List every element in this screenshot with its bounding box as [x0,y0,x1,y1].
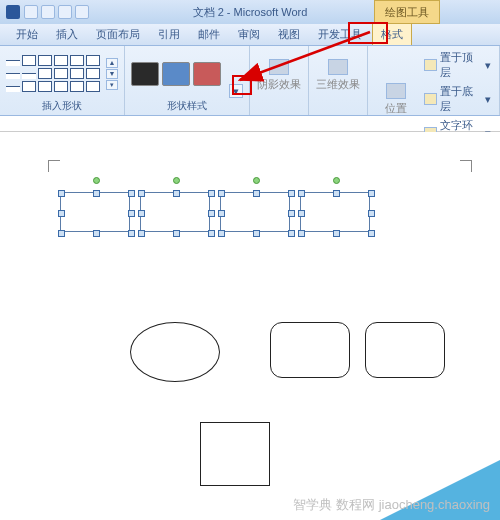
threed-effects-button[interactable]: 三维效果 [315,53,361,97]
shape-rect[interactable] [200,422,270,486]
qat-redo-icon[interactable] [58,5,72,19]
position-icon [386,83,406,99]
send-back-icon [424,93,437,105]
tab-developer[interactable]: 开发工具 [310,24,370,45]
send-back-button[interactable]: 置于底层▾ [422,83,493,115]
group-arrange: 位置 置于顶层▾ 置于底层▾ 文字环绕▾ 排列 [368,46,500,115]
style-more-button[interactable]: ▾ [229,84,243,98]
selected-shape[interactable] [60,192,130,232]
group-label-shape-styles: 形状样式 [131,98,243,114]
style-swatch-3[interactable] [193,62,221,86]
ribbon: ▲▼▾ 插入形状 ▾ 形状样式 阴影效果 三维效果 位置 置于顶层▾ 置于底层▾ [0,46,500,116]
title-bar: 文档 2 - Microsoft Word 绘图工具 [0,0,500,24]
style-swatch-2[interactable] [162,62,190,86]
selected-shape[interactable] [140,192,210,232]
document-canvas[interactable]: 智学典 数程网 jiaocheng.chaoxing [0,132,500,520]
window-title: 文档 2 - Microsoft Word [193,5,308,20]
group-label-insert-shapes: 插入形状 [6,98,118,114]
group-shadow: 阴影效果 [250,46,309,115]
quick-access-toolbar [24,5,89,19]
group-shape-styles: ▾ 形状样式 [125,46,250,115]
tab-mail[interactable]: 邮件 [190,24,228,45]
position-button[interactable]: 位置 [374,77,418,121]
shadow-effects-button[interactable]: 阴影效果 [256,53,302,97]
shadow-icon [269,59,289,75]
tab-references[interactable]: 引用 [150,24,188,45]
tab-home[interactable]: 开始 [8,24,46,45]
bring-front-icon [424,59,437,71]
shape-rounded-rect[interactable] [270,322,350,378]
shape-rounded-rect[interactable] [365,322,445,378]
watermark-text: 智学典 数程网 jiaocheng.chaoxing [293,496,490,514]
style-swatch-1[interactable] [131,62,159,86]
tab-format[interactable]: 格式 [372,23,412,45]
style-gallery[interactable] [131,62,221,86]
ribbon-tabs: 开始 插入 页面布局 引用 邮件 审阅 视图 开发工具 格式 [0,24,500,46]
bring-front-button[interactable]: 置于顶层▾ [422,49,493,81]
group-insert-shapes: ▲▼▾ 插入形状 [0,46,125,115]
app-icon [6,5,20,19]
margin-corner-tr [460,160,472,172]
tab-insert[interactable]: 插入 [48,24,86,45]
threed-icon [328,59,348,75]
tab-layout[interactable]: 页面布局 [88,24,148,45]
shape-gallery[interactable] [6,55,100,92]
qat-print-icon[interactable] [75,5,89,19]
margin-corner-tl [48,160,60,172]
qat-undo-icon[interactable] [41,5,55,19]
tab-review[interactable]: 审阅 [230,24,268,45]
tab-view[interactable]: 视图 [270,24,308,45]
contextual-tab-label: 绘图工具 [374,0,440,24]
shape-gallery-scroll[interactable]: ▲▼▾ [106,58,118,90]
selected-shape[interactable] [220,192,290,232]
shape-ellipse[interactable] [130,322,220,382]
group-3d: 三维效果 [309,46,368,115]
qat-save-icon[interactable] [24,5,38,19]
selected-shape[interactable] [300,192,370,232]
